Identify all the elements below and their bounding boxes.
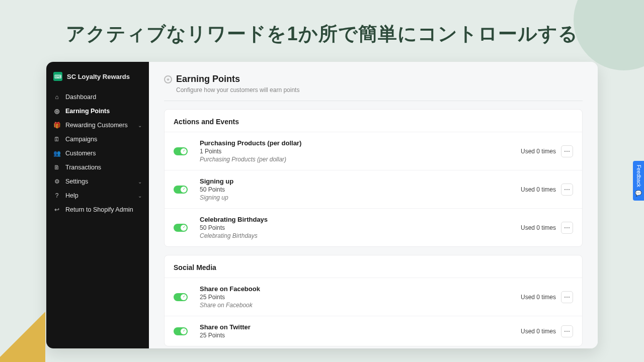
page-title-row: ★ Earning Points — [164, 74, 583, 84]
used-count: Used 0 times — [521, 148, 556, 155]
more-button[interactable]: ⋯ — [561, 325, 573, 337]
more-button[interactable]: ⋯ — [561, 184, 573, 196]
event-title: Celebrating Birthdays — [200, 216, 521, 223]
sidebar-item-rewarding-customers[interactable]: 🎁Rewarding Customers⌄ — [46, 118, 149, 132]
sidebar-item-earning-points[interactable]: ◎Earning Points — [46, 104, 149, 118]
event-title: Share on Twitter — [200, 323, 521, 331]
event-content: Share on Twitter25 Points — [200, 323, 521, 339]
nav-label: Earning Points — [65, 108, 110, 115]
event-row: ✓Purchasing Products (per dollar)1 Point… — [165, 132, 582, 170]
sidebar: ⌨ SC Loyalty Rewards ⌂Dashboard◎Earning … — [46, 62, 149, 348]
section-card: Actions and Events✓Purchasing Products (… — [164, 109, 583, 247]
sidebar-item-return-to-shopify-admin[interactable]: ↩Return to Shopify Admin — [46, 203, 149, 217]
chevron-down-icon: ⌄ — [138, 179, 142, 185]
nav-label: Settings — [65, 178, 88, 185]
nav-icon: 🗓 — [53, 136, 60, 143]
event-row: ✓Signing up50 PointsSigning upUsed 0 tim… — [165, 170, 582, 208]
marketing-headline: アクティブなリワードを1か所で簡単にコントロールする — [0, 0, 644, 62]
brand-logo-icon: ⌨ — [53, 72, 62, 81]
event-content: Share on Facebook25 PointsShare on Faceb… — [200, 285, 521, 309]
brand-name: SC Loyalty Rewards — [67, 73, 130, 80]
main-content: ★ Earning Points Configure how your cust… — [149, 62, 598, 348]
more-button[interactable]: ⋯ — [561, 291, 573, 303]
used-count: Used 0 times — [521, 328, 556, 335]
event-row: ✓Share on Twitter25 PointsUsed 0 times⋯ — [165, 316, 582, 346]
section-card: Social Media✓Share on Facebook25 PointsS… — [164, 255, 583, 346]
toggle-switch[interactable]: ✓ — [174, 293, 188, 301]
used-count: Used 0 times — [521, 294, 556, 301]
sidebar-item-help[interactable]: ?Help⌄ — [46, 189, 149, 203]
page-title: Earning Points — [176, 74, 240, 84]
event-title: Purchasing Products (per dollar) — [200, 139, 521, 147]
more-button[interactable]: ⋯ — [561, 222, 573, 234]
decorative-corner-bottom-left — [0, 312, 45, 362]
event-title: Share on Facebook — [200, 285, 521, 293]
star-circle-icon: ★ — [164, 75, 172, 83]
nav-label: Dashboard — [65, 94, 96, 101]
toggle-switch[interactable]: ✓ — [174, 327, 188, 335]
nav-label: Transactions — [65, 164, 101, 171]
event-description: Signing up — [200, 194, 521, 201]
toggle-switch[interactable]: ✓ — [174, 224, 188, 232]
nav-icon: ◎ — [53, 108, 60, 115]
brand: ⌨ SC Loyalty Rewards — [46, 68, 149, 88]
chevron-down-icon: ⌄ — [138, 193, 142, 199]
nav-icon: ? — [53, 192, 60, 199]
event-description: Celebrating Birthdays — [200, 232, 521, 239]
toggle-switch[interactable]: ✓ — [174, 147, 188, 155]
nav-icon: ⚙ — [53, 178, 60, 185]
event-row: ✓Celebrating Birthdays50 PointsCelebrati… — [165, 208, 582, 246]
event-points: 50 Points — [200, 186, 521, 193]
sidebar-item-settings[interactable]: ⚙Settings⌄ — [46, 174, 149, 189]
section-title: Actions and Events — [165, 110, 582, 132]
page-subtitle: Configure how your customers will earn p… — [176, 86, 583, 94]
used-count: Used 0 times — [521, 186, 556, 193]
event-points: 25 Points — [200, 294, 521, 301]
event-points: 1 Points — [200, 148, 521, 155]
sidebar-item-transactions[interactable]: 🗎Transactions — [46, 160, 149, 174]
toggle-switch[interactable]: ✓ — [174, 186, 188, 194]
event-meta: Used 0 times⋯ — [521, 291, 573, 303]
nav-icon: 🎁 — [53, 122, 60, 129]
sidebar-nav: ⌂Dashboard◎Earning Points🎁Rewarding Cust… — [46, 90, 149, 217]
more-button[interactable]: ⋯ — [561, 145, 573, 157]
nav-icon: 🗎 — [53, 164, 60, 171]
nav-icon: 👥 — [53, 150, 60, 157]
event-row: ✓Share on Facebook25 PointsShare on Face… — [165, 278, 582, 316]
event-points: 25 Points — [200, 332, 521, 339]
nav-icon: ⌂ — [53, 94, 60, 101]
app-window: ⌨ SC Loyalty Rewards ⌂Dashboard◎Earning … — [46, 62, 598, 348]
sidebar-item-customers[interactable]: 👥Customers — [46, 146, 149, 160]
nav-label: Rewarding Customers — [65, 122, 128, 129]
sidebar-item-campaigns[interactable]: 🗓Campaigns — [46, 132, 149, 146]
section-title: Social Media — [165, 255, 582, 278]
event-content: Signing up50 PointsSigning up — [200, 177, 521, 201]
event-meta: Used 0 times⋯ — [521, 184, 573, 196]
event-meta: Used 0 times⋯ — [521, 145, 573, 157]
event-description: Purchasing Products (per dollar) — [200, 156, 521, 163]
page-header: ★ Earning Points Configure how your cust… — [164, 74, 583, 101]
event-content: Celebrating Birthdays50 PointsCelebratin… — [200, 216, 521, 239]
event-meta: Used 0 times⋯ — [521, 222, 573, 234]
nav-label: Return to Shopify Admin — [65, 206, 133, 213]
chevron-down-icon: ⌄ — [138, 123, 142, 128]
used-count: Used 0 times — [521, 224, 556, 231]
event-points: 50 Points — [200, 224, 521, 231]
nav-label: Customers — [65, 150, 96, 157]
event-description: Share on Facebook — [200, 302, 521, 309]
nav-icon: ↩ — [53, 206, 60, 213]
event-content: Purchasing Products (per dollar)1 Points… — [200, 139, 521, 163]
event-meta: Used 0 times⋯ — [521, 325, 573, 337]
nav-label: Help — [65, 192, 78, 199]
sidebar-item-dashboard[interactable]: ⌂Dashboard — [46, 90, 149, 104]
nav-label: Campaigns — [65, 136, 97, 143]
event-title: Signing up — [200, 177, 521, 185]
